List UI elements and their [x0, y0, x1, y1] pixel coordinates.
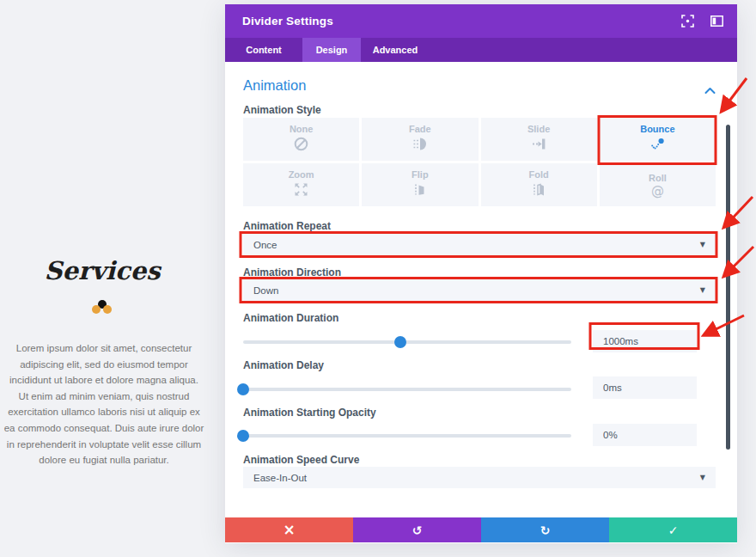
animation-direction-select[interactable]: Down ▼ [243, 279, 716, 301]
cancel-button[interactable]: × [225, 517, 353, 542]
animation-section-title: Animation [243, 77, 306, 94]
tab-content[interactable]: Content [225, 38, 302, 62]
animation-starting-opacity-slider[interactable] [243, 434, 571, 438]
slide-icon [531, 136, 547, 156]
fade-icon [412, 136, 428, 156]
animation-speed-curve-value: Ease-In-Out [253, 473, 307, 483]
animation-delay-label: Animation Delay [243, 359, 324, 371]
style-option-fold[interactable]: Fold [481, 163, 597, 206]
animation-delay-slider[interactable] [243, 388, 571, 391]
modal-header-icons [680, 15, 723, 28]
animation-starting-opacity-slider-handle[interactable] [237, 430, 249, 442]
undo-button[interactable]: ↺ [353, 517, 481, 542]
divider-settings-modal: Divider Settings [225, 4, 737, 543]
chevron-down-icon: ▼ [700, 474, 705, 481]
modal-footer: × ↺ ↻ ✓ [225, 517, 737, 542]
roll-icon: @ [651, 185, 664, 198]
modal-body: Animation Animation Style None Fade Slid… [225, 62, 737, 517]
style-option-slide[interactable]: Slide [481, 118, 597, 161]
bounce-icon [649, 136, 666, 156]
animation-duration-slider[interactable] [243, 340, 571, 344]
redo-icon: ↻ [540, 524, 551, 536]
animation-direction-value: Down [253, 285, 278, 296]
tab-design[interactable]: Design [302, 38, 361, 62]
animation-speed-curve-label: Animation Speed Curve [243, 454, 359, 466]
close-icon: × [283, 523, 295, 537]
chevron-down-icon: ▼ [700, 286, 705, 294]
redo-button[interactable]: ↻ [481, 517, 609, 542]
modal-header: Divider Settings [225, 4, 737, 38]
flip-icon [412, 181, 428, 201]
fold-icon [531, 181, 547, 201]
animation-delay-slider-handle[interactable] [237, 383, 249, 395]
chevron-down-icon: ▼ [700, 241, 705, 248]
animation-style-grid: None Fade Slide Bounce Zoom [243, 118, 716, 206]
animation-speed-curve-select[interactable]: Ease-In-Out ▼ [243, 467, 716, 488]
animation-style-label: Animation Style [243, 104, 321, 116]
animation-direction-label: Animation Direction [243, 266, 341, 278]
animation-duration-input[interactable] [593, 330, 697, 352]
style-option-roll[interactable]: Roll @ [600, 163, 716, 206]
divider-dot-orange [103, 305, 112, 314]
style-option-zoom[interactable]: Zoom [243, 163, 359, 206]
page-title: Services [0, 256, 204, 285]
screen: Services Lorem ipsum dolor sit amet, con… [0, 0, 756, 557]
style-option-fade[interactable]: Fade [362, 118, 478, 161]
check-icon: ✓ [668, 524, 679, 536]
none-icon [293, 136, 309, 156]
animation-duration-slider-handle[interactable] [394, 336, 406, 348]
animation-starting-opacity-input[interactable] [593, 424, 697, 446]
save-button[interactable]: ✓ [609, 517, 737, 542]
animation-repeat-label: Animation Repeat [243, 220, 331, 232]
modal-scrollbar[interactable] [726, 125, 730, 450]
tab-advanced[interactable]: Advanced [361, 38, 430, 62]
animation-delay-input[interactable] [593, 376, 697, 399]
zoom-icon [293, 181, 309, 201]
split-view-icon[interactable] [710, 15, 723, 28]
chevron-up-icon[interactable] [704, 83, 716, 91]
expand-icon[interactable] [680, 15, 694, 28]
animation-starting-opacity-label: Animation Starting Opacity [243, 407, 376, 419]
modal-tabbar: Content Design Advanced [225, 38, 737, 62]
style-option-none[interactable]: None [243, 118, 359, 161]
animation-repeat-value: Once [253, 240, 277, 250]
divider-dot-orange [92, 305, 101, 314]
style-option-bounce[interactable]: Bounce [600, 118, 716, 161]
animation-repeat-select[interactable]: Once ▼ [243, 234, 716, 255]
style-option-flip[interactable]: Flip [362, 163, 478, 206]
undo-icon: ↺ [412, 524, 423, 536]
three-dots-divider-icon [89, 300, 115, 317]
modal-title: Divider Settings [242, 15, 333, 28]
body-paragraph: Lorem ipsum dolor sit amet, consectetur … [3, 340, 204, 468]
animation-duration-label: Animation Duration [243, 312, 338, 324]
